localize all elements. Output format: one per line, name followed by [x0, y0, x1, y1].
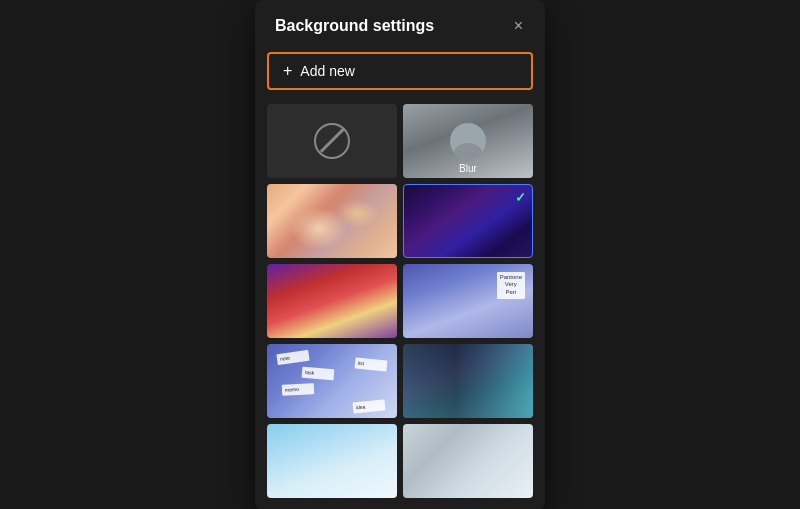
background-tile-blur[interactable]: Blur — [403, 104, 533, 178]
sticky-note-5: idea — [353, 399, 386, 413]
sticky-note-4: list — [355, 357, 388, 371]
background-tile-img2[interactable]: ✓ — [403, 184, 533, 258]
img1-detail — [267, 184, 397, 258]
blur-label: Blur — [403, 163, 533, 174]
dialog-title: Background settings — [275, 17, 434, 35]
background-settings-dialog: Background settings × + Add new Blur — [255, 0, 545, 509]
sticky-note-2: task — [302, 366, 335, 380]
add-new-button[interactable]: + Add new — [267, 52, 533, 90]
img2-inner: ✓ — [404, 185, 532, 257]
background-grid: Blur ✓ PantoneVeryPeri — [267, 104, 533, 498]
background-tile-img6[interactable] — [403, 344, 533, 418]
sticky-notes-overlay: note task memo list idea — [267, 344, 397, 418]
sticky-note-3: memo — [282, 383, 315, 396]
background-tile-none[interactable] — [267, 104, 397, 178]
plus-icon: + — [283, 62, 292, 80]
none-tile-inner — [267, 104, 397, 178]
background-tile-img7[interactable] — [267, 424, 397, 498]
ban-icon — [314, 123, 350, 159]
background-tile-img3[interactable] — [267, 264, 397, 338]
background-tile-img8[interactable] — [403, 424, 533, 498]
img6-detail — [403, 344, 533, 418]
background-tile-img4[interactable]: PantoneVeryPeri — [403, 264, 533, 338]
background-tile-img5[interactable]: note task memo list idea — [267, 344, 397, 418]
background-tile-img1[interactable] — [267, 184, 397, 258]
pantone-label: PantoneVeryPeri — [497, 272, 525, 299]
sticky-note-1: note — [276, 349, 309, 364]
blur-avatar-icon — [450, 123, 486, 159]
blur-tile-inner: Blur — [403, 104, 533, 178]
add-new-label: Add new — [300, 63, 354, 79]
selected-checkmark: ✓ — [515, 190, 526, 205]
img4-inner: PantoneVeryPeri — [403, 264, 533, 338]
close-button[interactable]: × — [508, 16, 529, 36]
dialog-header: Background settings × — [255, 0, 545, 48]
dialog-body: + Add new Blur — [255, 48, 545, 510]
